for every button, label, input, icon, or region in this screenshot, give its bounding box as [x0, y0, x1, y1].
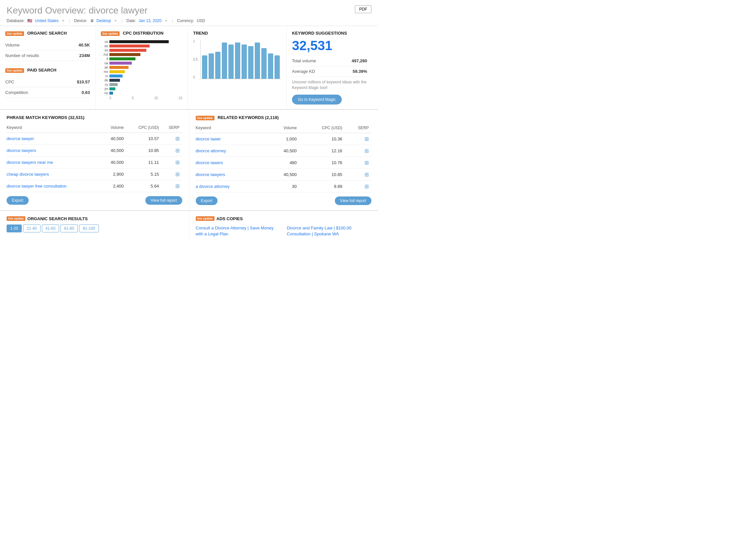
serp-icon-cell: ⊞ [345, 180, 372, 192]
serp-icon: ⊞ [365, 136, 369, 142]
serp-icon-cell: ⊞ [345, 156, 372, 168]
related-volume: 40,500 [268, 168, 299, 180]
bottom-sections-grid: live update ORGANIC SEARCH RESULTS 1-202… [0, 211, 378, 242]
phrase-keyword-link[interactable]: divorce lawyers [7, 148, 36, 153]
serp-icon-cell: ⊞ [161, 180, 182, 192]
kw-description: Uncover millions of keyword ideas with t… [292, 80, 367, 91]
organic-results-section: live update ORGANIC SEARCH RESULTS 1-202… [0, 211, 189, 242]
avg-kd-value: 59.39% [353, 69, 367, 74]
phrase-volume: 2,400 [102, 180, 126, 192]
table-row: divorce lawyer 40,500 10.57 ⊞ [7, 133, 182, 144]
cpc-dist-title: CPC DISTRIBUTION [123, 31, 164, 36]
table-row: divorce lawer 1,000 10.36 ⊞ [196, 133, 372, 145]
ad-link-2[interactable]: Divorce and Family Law | $100.00 Consult… [287, 225, 351, 236]
total-volume-label: Total volume [292, 58, 316, 63]
database-select[interactable]: United States [35, 18, 59, 23]
related-keyword-link[interactable]: a divorce attorney [196, 184, 230, 189]
ph-col-volume: Volume [102, 124, 126, 133]
serp-icon: ⊞ [365, 160, 369, 165]
tab-81to100[interactable]: 81-100 [79, 224, 99, 232]
serp-icon: ⊞ [365, 184, 369, 189]
date-select[interactable]: Jan 13, 2020 [139, 18, 161, 23]
serp-icon-cell: ⊞ [161, 133, 182, 144]
live-badge-related: live update [196, 116, 214, 120]
main-metrics-grid: live update ORGANIC SEARCH Volume 40.5K … [0, 26, 378, 110]
phrase-report-button[interactable]: View full report [145, 196, 182, 205]
live-badge-organic: live update [5, 31, 24, 36]
trend-bar [202, 55, 207, 79]
phrase-match-btn-row: Export View full report [7, 196, 182, 205]
currency-value: USD [197, 18, 205, 23]
phrase-export-button[interactable]: Export [7, 196, 29, 205]
rel-col-cpc: CPC (USD) [299, 124, 345, 133]
phrase-volume: 40,500 [102, 133, 126, 144]
tab-1to20[interactable]: 1-20 [7, 224, 22, 232]
related-cpc: 10.36 [299, 133, 345, 145]
trend-bar [248, 46, 253, 79]
phrase-keyword-link[interactable]: divorce lawyer [7, 136, 34, 141]
serp-icon: ⊞ [365, 172, 369, 177]
competition-label: Competition [5, 90, 28, 95]
device-select[interactable]: Desktop [97, 18, 111, 23]
related-cpc: 10.85 [299, 168, 345, 180]
cpc-bar-row: ae [101, 66, 182, 69]
trend-bar [255, 43, 260, 79]
related-report-button[interactable]: View full report [335, 196, 372, 205]
related-keyword-link[interactable]: divorce lawer [196, 136, 221, 141]
related-keyword-link[interactable]: divorce lawyers [196, 172, 225, 177]
related-keyword-link[interactable]: divorce lawers [196, 160, 223, 165]
related-title-row: live update RELATED KEYWORDS (2,118) [196, 115, 372, 120]
pdf-button[interactable]: PDF [355, 5, 372, 13]
results-label: Number of results [5, 53, 39, 58]
live-badge-organic-results: live update [7, 216, 25, 221]
trend-title: TREND [193, 31, 208, 36]
table-row: divorce lawyers 40,500 10.85 ⊞ [7, 144, 182, 156]
ads-title: ADS COPIES [216, 216, 243, 221]
keyword-magic-button[interactable]: Go to Keyword Magic [292, 95, 342, 105]
cpc-bar-row: cy [101, 83, 182, 86]
competition-row: Competition 0.63 [5, 87, 90, 98]
keywords-grid: PHRASE MATCH KEYWORDS (32,531) Keyword V… [0, 110, 378, 211]
phrase-cpc: 10.85 [126, 144, 162, 156]
kw-suggestions-title: KEYWORD SUGGESTIONS [292, 31, 347, 36]
trend-bar [222, 43, 227, 79]
serp-icon-cell: ⊞ [161, 144, 182, 156]
trend-chart [200, 40, 281, 79]
live-badge-cpc: live update [101, 31, 120, 36]
related-cpc: 9.89 [299, 180, 345, 192]
related-volume: 40,500 [268, 145, 299, 156]
trend-block: TREND 1 0.5 0 [188, 26, 287, 109]
trend-chart-wrapper: 1 0.5 0 [193, 40, 281, 79]
cpc-bar-row: au [101, 44, 182, 48]
cpc-value: $10.57 [77, 80, 90, 84]
rel-col-keyword: Keyword [196, 124, 268, 133]
cpc-chart: usauesmdituaaemxrudecyjmno [101, 40, 182, 95]
page-title: Keyword Overview: divorce lawyer [7, 5, 148, 16]
total-volume-value: 497,280 [352, 58, 367, 63]
volume-label: Volume [5, 43, 19, 48]
ads-content: Consult a Divorce Attorney | Save Money … [196, 225, 372, 237]
results-row: Number of results 234M [5, 50, 90, 61]
cpc-bar-row: ua [101, 61, 182, 65]
cpc-label: CPC [5, 80, 14, 84]
avg-kd-row: Average KD 59.39% [292, 66, 367, 77]
tab-41to60[interactable]: 41-60 [42, 224, 59, 232]
serp-icon: ⊞ [175, 159, 180, 165]
tab-21to40[interactable]: 21-40 [23, 224, 41, 232]
live-badge-ads: live update [196, 216, 214, 221]
ad-link-1[interactable]: Consult a Divorce Attorney | Save Money … [196, 225, 274, 236]
ph-col-cpc: CPC (USD) [126, 124, 162, 133]
phrase-keyword-link[interactable]: divorce lawyer free consultation [7, 184, 67, 188]
volume-value: 40.5K [79, 43, 90, 48]
tab-61to80[interactable]: 61-80 [60, 224, 78, 232]
cpc-axis: 051015 [101, 96, 182, 100]
related-keywords-section: live update RELATED KEYWORDS (2,118) Key… [189, 110, 378, 210]
related-keyword-link[interactable]: divorce attorney [196, 148, 226, 153]
trend-y-max: 1 [193, 40, 198, 43]
phrase-keyword-link[interactable]: divorce lawyers near me [7, 160, 53, 165]
phrase-keyword-link[interactable]: cheap divorce lawyers [7, 172, 49, 177]
kw-count: 32,531 [292, 38, 367, 53]
related-export-button[interactable]: Export [196, 196, 218, 205]
live-badge-paid: live update [5, 68, 24, 73]
table-row: divorce lawyer free consultation 2,400 5… [7, 180, 182, 192]
